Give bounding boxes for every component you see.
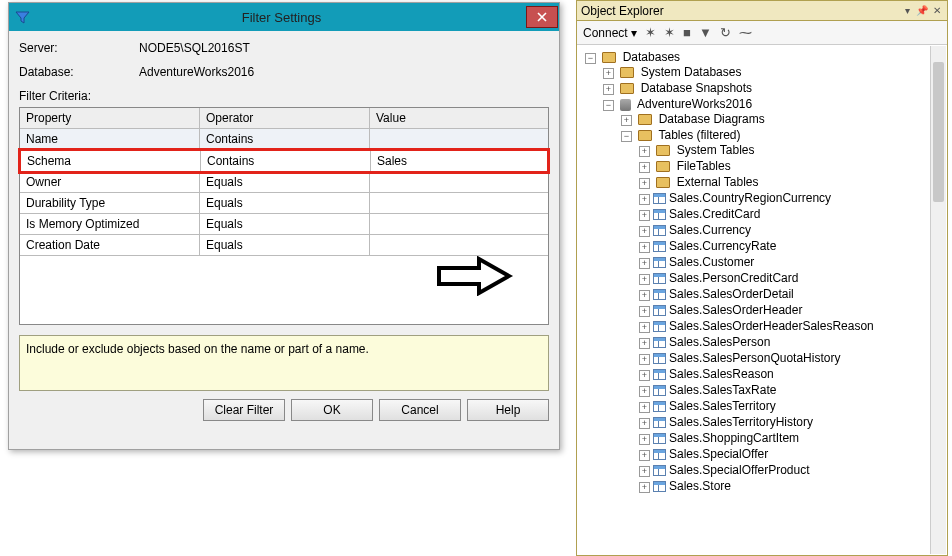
expand-icon[interactable]: +: [639, 482, 650, 493]
cell-value[interactable]: [370, 235, 548, 255]
tree-node-table[interactable]: +Sales.CountryRegionCurrency: [639, 190, 947, 206]
col-property[interactable]: Property: [20, 108, 200, 128]
cell-value[interactable]: [370, 129, 548, 149]
refresh-icon[interactable]: ↻: [720, 25, 731, 40]
cell-operator[interactable]: Contains: [200, 129, 370, 149]
tree-node-databases[interactable]: − Databases + System Databases + Databas…: [585, 49, 947, 497]
tree-node-db[interactable]: − AdventureWorks2016 + Database Diagrams…: [603, 96, 947, 496]
disconnect-icon[interactable]: ✶: [645, 25, 656, 40]
expand-icon[interactable]: +: [603, 84, 614, 95]
tree-node-diagrams[interactable]: + Database Diagrams: [621, 111, 947, 127]
tree-node-table[interactable]: +Sales.SalesOrderDetail: [639, 286, 947, 302]
scrollbar[interactable]: [930, 46, 946, 554]
collapse-icon[interactable]: −: [621, 131, 632, 142]
collapse-icon[interactable]: −: [603, 100, 614, 111]
tree-node-table[interactable]: +Sales.SalesTerritoryHistory: [639, 414, 947, 430]
tree-node-table[interactable]: +Sales.CurrencyRate: [639, 238, 947, 254]
node-label: AdventureWorks2016: [637, 97, 752, 111]
tree-node-table[interactable]: +Sales.CreditCard: [639, 206, 947, 222]
tree-node-table[interactable]: +Sales.SalesReason: [639, 366, 947, 382]
node-label: Sales.SalesOrderHeaderSalesReason: [669, 319, 874, 333]
tree-node-table[interactable]: +Sales.SalesPersonQuotaHistory: [639, 350, 947, 366]
tree-node-table[interactable]: +Sales.Currency: [639, 222, 947, 238]
scrollbar-thumb[interactable]: [933, 62, 944, 202]
grid-row-memory[interactable]: Is Memory Optimized Equals: [20, 214, 548, 235]
expand-icon[interactable]: +: [639, 322, 650, 333]
cell-operator[interactable]: Equals: [200, 172, 370, 192]
help-button[interactable]: Help: [467, 399, 549, 421]
dialog-titlebar[interactable]: Filter Settings: [9, 3, 559, 31]
expand-icon[interactable]: +: [639, 386, 650, 397]
grid-row-owner[interactable]: Owner Equals: [20, 172, 548, 193]
tree-node-table[interactable]: +Sales.SalesPerson: [639, 334, 947, 350]
expand-icon[interactable]: +: [639, 434, 650, 445]
dropdown-icon[interactable]: ▾: [901, 5, 913, 17]
cell-value[interactable]: [370, 214, 548, 234]
tree[interactable]: − Databases + System Databases + Databas…: [577, 45, 947, 555]
cell-value[interactable]: Sales: [371, 151, 547, 171]
collapse-icon[interactable]: −: [585, 53, 596, 64]
cell-operator[interactable]: Equals: [200, 214, 370, 234]
tree-node-table[interactable]: +Sales.SpecialOffer: [639, 446, 947, 462]
tree-node-tables[interactable]: − Tables (filtered) + System Tables: [621, 127, 947, 495]
expand-icon[interactable]: +: [639, 146, 650, 157]
tree-node-table[interactable]: +Sales.SalesTaxRate: [639, 382, 947, 398]
cell-operator[interactable]: Contains: [201, 151, 371, 171]
expand-icon[interactable]: +: [639, 226, 650, 237]
expand-icon[interactable]: +: [639, 210, 650, 221]
activity-icon[interactable]: ⁓: [739, 25, 752, 40]
close-icon: [537, 12, 547, 22]
pin-icon[interactable]: 📌: [916, 5, 928, 17]
expand-icon[interactable]: +: [639, 178, 650, 189]
grid-row-creation[interactable]: Creation Date Equals: [20, 235, 548, 256]
expand-icon[interactable]: +: [639, 242, 650, 253]
col-value[interactable]: Value: [370, 108, 548, 128]
cell-operator[interactable]: Equals: [200, 235, 370, 255]
tree-node-table[interactable]: +Sales.PersonCreditCard: [639, 270, 947, 286]
expand-icon[interactable]: +: [639, 418, 650, 429]
grid-row-durability[interactable]: Durability Type Equals: [20, 193, 548, 214]
cell-operator[interactable]: Equals: [200, 193, 370, 213]
tree-node-file-tables[interactable]: + FileTables: [639, 158, 947, 174]
expand-icon[interactable]: +: [639, 274, 650, 285]
cancel-button[interactable]: Cancel: [379, 399, 461, 421]
stop-icon[interactable]: ■: [683, 25, 691, 40]
tree-node-table[interactable]: +Sales.Customer: [639, 254, 947, 270]
expand-icon[interactable]: +: [639, 338, 650, 349]
cell-property: Name: [20, 129, 200, 149]
disconnect2-icon[interactable]: ✶: [664, 25, 675, 40]
expand-icon[interactable]: +: [639, 370, 650, 381]
tree-node-table[interactable]: +Sales.ShoppingCartItem: [639, 430, 947, 446]
tree-node-snapshots[interactable]: + Database Snapshots: [603, 80, 947, 96]
connect-button[interactable]: Connect ▾: [583, 26, 637, 40]
expand-icon[interactable]: +: [639, 466, 650, 477]
cell-value[interactable]: [370, 193, 548, 213]
col-operator[interactable]: Operator: [200, 108, 370, 128]
tree-node-table[interactable]: +Sales.SalesOrderHeaderSalesReason: [639, 318, 947, 334]
tree-node-table[interactable]: +Sales.SpecialOfferProduct: [639, 462, 947, 478]
tree-node-table[interactable]: +Sales.Store: [639, 478, 947, 494]
expand-icon[interactable]: +: [621, 115, 632, 126]
expand-icon[interactable]: +: [639, 258, 650, 269]
tree-node-system-tables[interactable]: + System Tables: [639, 142, 947, 158]
ok-button[interactable]: OK: [291, 399, 373, 421]
expand-icon[interactable]: +: [639, 306, 650, 317]
grid-row-schema[interactable]: Schema Contains Sales: [18, 148, 550, 174]
expand-icon[interactable]: +: [639, 354, 650, 365]
close-button[interactable]: [526, 6, 558, 28]
close-panel-icon[interactable]: ✕: [931, 5, 943, 17]
expand-icon[interactable]: +: [639, 450, 650, 461]
tree-node-table[interactable]: +Sales.SalesOrderHeader: [639, 302, 947, 318]
clear-filter-button[interactable]: Clear Filter: [203, 399, 285, 421]
tree-node-ext-tables[interactable]: + External Tables: [639, 174, 947, 190]
filter-icon[interactable]: ▼: [699, 25, 712, 40]
expand-icon[interactable]: +: [603, 68, 614, 79]
expand-icon[interactable]: +: [639, 402, 650, 413]
cell-value[interactable]: [370, 172, 548, 192]
tree-node-sysdb[interactable]: + System Databases: [603, 64, 947, 80]
tree-node-table[interactable]: +Sales.SalesTerritory: [639, 398, 947, 414]
expand-icon[interactable]: +: [639, 194, 650, 205]
expand-icon[interactable]: +: [639, 162, 650, 173]
grid-row-name[interactable]: Name Contains: [20, 129, 548, 150]
expand-icon[interactable]: +: [639, 290, 650, 301]
